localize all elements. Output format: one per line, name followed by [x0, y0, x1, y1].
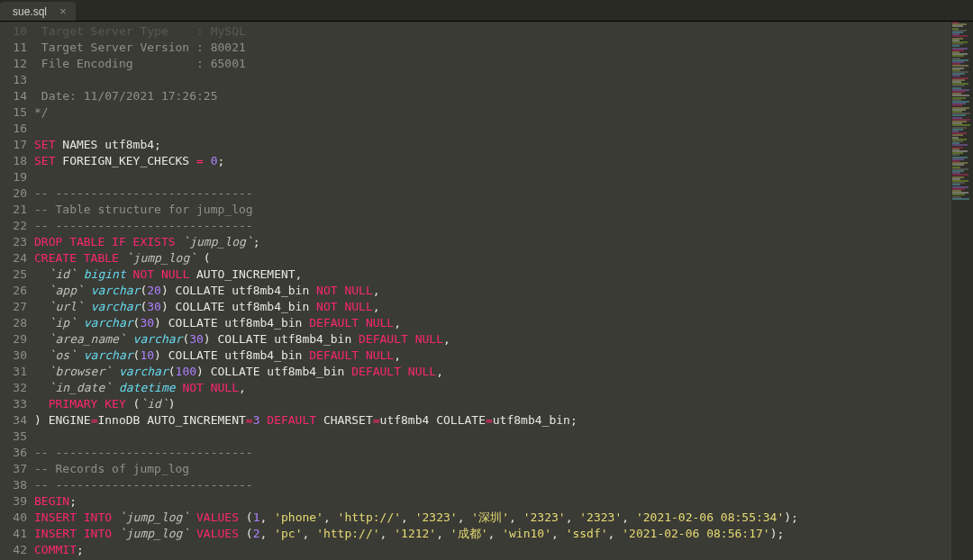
code-token: ,	[443, 332, 450, 346]
code-line[interactable]	[34, 72, 951, 88]
line-number: 32	[0, 380, 27, 396]
code-token: BEGIN	[34, 494, 69, 508]
code-line[interactable]: -- Records of jump_log	[34, 461, 951, 477]
code-line[interactable]: BEGIN;	[34, 493, 951, 510]
code-line[interactable]: SET FOREIGN_KEY_CHECKS = 0;	[34, 153, 951, 169]
line-number: 30	[0, 348, 27, 364]
code-token: INTO	[84, 510, 112, 524]
code-token	[77, 510, 84, 524]
close-icon[interactable]: ×	[59, 5, 67, 17]
line-number: 22	[0, 218, 27, 234]
code-line[interactable]: -- ----------------------------	[34, 185, 951, 202]
code-line[interactable]: `in_date` datetime NOT NULL,	[34, 380, 951, 396]
code-line[interactable]: `browser` varchar(100) COLLATE utf8mb4_b…	[34, 364, 951, 380]
code-token: ,	[458, 510, 472, 524]
code-token: EXISTS	[133, 235, 176, 248]
code-line[interactable]: `ip` varchar(30) COLLATE utf8mb4_bin DEF…	[34, 315, 951, 331]
code-line[interactable]: CREATE TABLE `jump_log` (	[34, 250, 951, 266]
code-area[interactable]: Target Server Type : MySQL Target Server…	[34, 22, 951, 560]
line-number: 40	[0, 510, 27, 526]
code-line[interactable]: -- Table structure for jump_log	[34, 202, 951, 218]
code-token: ) COLLATE utf8mb4_bin	[161, 284, 316, 297]
code-token: 30	[140, 316, 154, 330]
code-line[interactable]: INSERT INTO `jump_log` VALUES (1, 'phone…	[34, 510, 951, 526]
code-token	[126, 235, 133, 248]
code-token: 10	[140, 348, 154, 362]
code-line[interactable]: COMMIT;	[34, 542, 951, 558]
code-token: AUTO_INCREMENT,	[189, 267, 302, 281]
code-token	[126, 332, 133, 346]
code-line[interactable]: ) ENGINE=InnoDB AUTO_INCREMENT=3 DEFAULT…	[34, 412, 951, 429]
code-line[interactable]: `url` varchar(30) COLLATE utf8mb4_bin NO…	[34, 299, 951, 315]
code-token: 0	[211, 154, 218, 167]
code-line[interactable]: SET NAMES utf8mb4;	[34, 137, 951, 153]
code-token: IF	[112, 235, 126, 248]
editor[interactable]: 1011121314151617181920212223242526272829…	[0, 22, 951, 560]
code-token: ,	[436, 527, 450, 540]
code-token: ,	[260, 527, 275, 540]
code-token: ,	[622, 510, 636, 524]
minimap[interactable]	[951, 22, 973, 560]
code-token: varchar	[91, 300, 141, 313]
code-line[interactable]: -- ----------------------------	[34, 477, 951, 493]
code-line[interactable]: `os` varchar(10) COLLATE utf8mb4_bin DEF…	[34, 348, 951, 364]
code-token: utf8mb4 COLLATE	[380, 413, 486, 427]
code-line[interactable]: -- ----------------------------	[34, 445, 951, 461]
code-line[interactable]: `id` bigint NOT NULL AUTO_INCREMENT,	[34, 266, 951, 283]
code-token	[401, 365, 408, 378]
code-token: ,	[260, 510, 275, 524]
code-line[interactable]: `app` varchar(20) COLLATE utf8mb4_bin NO…	[34, 283, 951, 299]
code-token: ,	[394, 348, 401, 362]
code-token: );	[770, 527, 785, 540]
code-token: `os`	[49, 348, 77, 362]
code-token: NOT	[182, 381, 203, 394]
code-line[interactable]: File Encoding : 65001	[34, 56, 951, 72]
code-line[interactable]	[34, 121, 951, 137]
code-token: `id`	[140, 397, 168, 411]
code-line[interactable]: INSERT INTO `jump_log` VALUES (2, 'pc', …	[34, 526, 951, 542]
code-line[interactable]	[34, 169, 951, 185]
line-number: 42	[0, 542, 27, 558]
code-token: ,	[239, 381, 246, 394]
code-token: DEFAULT	[309, 316, 359, 330]
code-line[interactable]: `area_name` varchar(30) COLLATE utf8mb4_…	[34, 331, 951, 348]
code-token	[77, 316, 84, 330]
code-token: varchar	[84, 348, 133, 362]
code-token: (	[239, 510, 253, 524]
code-token	[77, 527, 84, 540]
code-line[interactable]: Date: 11/07/2021 17:26:25	[34, 88, 951, 104]
code-line[interactable]: Target Server Version : 80021	[34, 40, 951, 56]
code-token	[189, 527, 196, 540]
line-number: 20	[0, 185, 27, 202]
line-number: 12	[0, 56, 27, 72]
code-line[interactable]: Target Server Type : MySQL	[34, 23, 951, 40]
code-token: ,	[509, 510, 523, 524]
code-line[interactable]: PRIMARY KEY (`id`)	[34, 396, 951, 412]
file-tab-title: sue.sql	[13, 5, 47, 18]
code-token: 'pc'	[274, 527, 302, 540]
code-token: ,	[488, 527, 503, 540]
code-line[interactable]: */	[34, 104, 951, 121]
code-token: TABLE	[84, 251, 119, 265]
line-number: 35	[0, 429, 27, 445]
code-token: ) COLLATE utf8mb4_bin	[161, 300, 316, 313]
code-token	[77, 348, 84, 362]
code-token: `jump_log`	[126, 251, 196, 265]
code-token: NULL	[408, 365, 436, 378]
code-token: '2323'	[579, 510, 622, 524]
line-number: 36	[0, 445, 27, 461]
code-line[interactable]: DROP TABLE IF EXISTS `jump_log`;	[34, 234, 951, 250]
line-number-gutter: 1011121314151617181920212223242526272829…	[0, 22, 34, 560]
code-token: `browser`	[49, 365, 112, 378]
line-number: 38	[0, 477, 27, 493]
line-number: 39	[0, 493, 27, 510]
code-token: '2021-02-06 08:55:34'	[636, 510, 784, 524]
code-line[interactable]	[34, 429, 951, 445]
code-line[interactable]: -- ----------------------------	[34, 218, 951, 234]
code-token: INTO	[84, 527, 112, 540]
code-token: `ip`	[49, 316, 77, 330]
code-token: InnoDB AUTO_INCREMENT	[97, 413, 245, 427]
code-token	[84, 284, 91, 297]
file-tab[interactable]: sue.sql ×	[0, 2, 76, 21]
code-token: NAMES utf8mb4;	[55, 138, 160, 151]
